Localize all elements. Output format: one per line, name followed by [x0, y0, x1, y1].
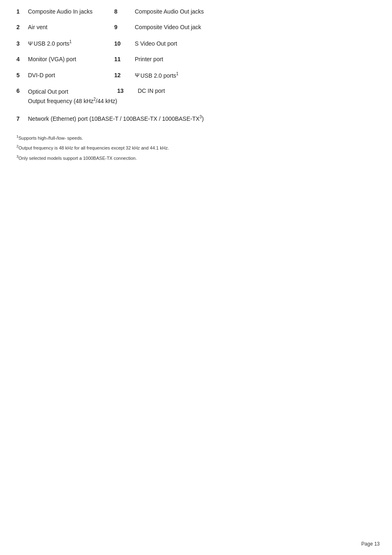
page-number: Page 13	[361, 541, 380, 547]
footnote-text-2: Output frequency is 48 kHz for all frequ…	[18, 145, 169, 150]
footnote-ref-left-3: 1	[69, 39, 72, 44]
right-num-10: 10	[114, 40, 135, 47]
row6-label: Optical Out port Output frequency (48 kH…	[28, 88, 117, 106]
footnote-2: 2Output frequency is 48 kHz for all freq…	[16, 144, 376, 150]
row6-right-label: DC IN port	[138, 88, 165, 94]
left-num-5: 5	[16, 72, 28, 78]
left-num-2: 2	[16, 24, 28, 30]
right-label-9: Composite Video Out jack	[135, 24, 201, 30]
usb-icon-left: Ψ	[28, 40, 33, 47]
footnote-text-1: Supports high-/full-/low- speeds.	[18, 135, 83, 140]
row6-label-line1: Optical Out port	[28, 88, 117, 96]
left-label-5: DVI-D port	[28, 72, 114, 78]
right-num-11: 11	[114, 56, 135, 62]
row6-label-line2: Output frequency (48 kHz2/44 kHz)	[28, 96, 117, 106]
right-label-11: Printer port	[135, 56, 163, 62]
row6-right-num: 13	[117, 88, 138, 94]
row-1: 1Composite Audio In jacks8Composite Audi…	[16, 8, 376, 15]
right-label-10: S Video Out port	[135, 40, 177, 47]
right-label-12: ΨUSB 2.0 ports1	[135, 71, 178, 79]
left-num-4: 4	[16, 56, 28, 62]
right-label-8: Composite Audio Out jacks	[135, 8, 204, 15]
footnotes-section: 1Supports high-/full-/low- speeds.2Outpu…	[16, 134, 376, 161]
right-num-12: 12	[114, 72, 135, 78]
row-2: 2Air vent9Composite Video Out jack	[16, 24, 376, 30]
footnote-3: 3Only selected models support a 1000BASE…	[16, 154, 376, 161]
left-label-4: Monitor (VGA) port	[28, 56, 114, 62]
left-num-1: 1	[16, 8, 28, 15]
row-6: 6 Optical Out port Output frequency (48 …	[16, 88, 376, 106]
row-5: 5DVI-D port12ΨUSB 2.0 ports1	[16, 71, 376, 79]
right-num-8: 8	[114, 8, 135, 15]
row6-num: 6	[16, 88, 28, 94]
left-label-2: Air vent	[28, 24, 114, 30]
left-label-3: ΨUSB 2.0 ports1	[28, 39, 114, 47]
row7-num: 7	[16, 115, 28, 122]
left-label-1: Composite Audio In jacks	[28, 8, 114, 15]
footnote-ref-right-12: 1	[176, 71, 179, 76]
row-7: 7 Network (Ethernet) port (10BASE-T / 10…	[16, 115, 376, 122]
left-num-3: 3	[16, 40, 28, 47]
right-num-9: 9	[114, 24, 135, 30]
usb-icon-right: Ψ	[135, 72, 140, 78]
footnote-text-3: Only selected models support a 1000BASE-…	[18, 156, 137, 161]
row7-label: Network (Ethernet) port (10BASE-T / 100B…	[28, 115, 204, 122]
row-4: 4Monitor (VGA) port11Printer port	[16, 56, 376, 62]
row-3: 3ΨUSB 2.0 ports110S Video Out port	[16, 39, 376, 47]
footnote-1: 1Supports high-/full-/low- speeds.	[16, 134, 376, 140]
